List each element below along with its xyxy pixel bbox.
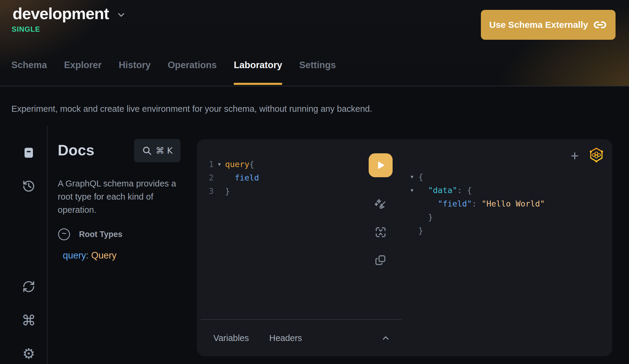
- tab-settings[interactable]: Settings: [299, 60, 336, 85]
- fold-spacer: [411, 210, 418, 224]
- code-token: query: [225, 157, 249, 171]
- response-viewer: ▾{▾ "data": { "field": "Hello World" }}: [402, 139, 612, 237]
- fold-spacer: [411, 197, 418, 210]
- page-description: Experiment, mock and create live environ…: [11, 104, 372, 114]
- response-pane: ▾{▾ "data": { "field": "Hello World" }}: [402, 139, 612, 356]
- prettify-button[interactable]: [374, 197, 388, 211]
- code-token: }: [418, 210, 433, 224]
- root-types-icon: ~: [58, 228, 70, 240]
- editor-footer: Variables Headers: [197, 320, 402, 356]
- project-type-badge: SINGLE: [12, 25, 40, 33]
- collapse-footer-button[interactable]: [380, 332, 391, 344]
- code-token: "field": [438, 197, 472, 210]
- settings-gear-icon: ⚙: [22, 346, 35, 361]
- search-button[interactable]: ⌘ K: [134, 139, 180, 162]
- tab-schema[interactable]: Schema: [11, 60, 47, 85]
- response-line: }: [411, 224, 612, 237]
- keyboard-shortcuts-icon: ⌘: [22, 313, 36, 328]
- sidebar-item-docs[interactable]: [20, 144, 38, 162]
- response-line: ▾{: [411, 170, 612, 183]
- merge-fragments-button[interactable]: [374, 226, 387, 239]
- fold-arrow-icon[interactable]: ▾: [214, 157, 225, 171]
- fold-spacer: [214, 184, 225, 198]
- code-token: [418, 197, 438, 210]
- fold-spacer: [411, 224, 418, 237]
- code-token: {: [249, 157, 254, 171]
- line-number: 2: [197, 171, 214, 184]
- sidebar-item-refetch-schema[interactable]: [20, 278, 38, 296]
- link-icon: [593, 18, 607, 31]
- code-token: [418, 183, 428, 197]
- code-token: :: [472, 197, 482, 210]
- fold-spacer: [214, 171, 225, 184]
- code-token: }: [225, 184, 230, 198]
- copy-query-button[interactable]: [374, 254, 387, 266]
- page-title: development: [13, 4, 109, 23]
- code-token: :: [457, 183, 467, 197]
- response-line: "field": "Hello World": [411, 197, 612, 210]
- code-token: {: [418, 170, 423, 183]
- code-token: {: [467, 183, 472, 197]
- code-token: field: [225, 171, 259, 184]
- page-header: development SINGLE Use Schema Externally…: [0, 0, 629, 86]
- tab-history[interactable]: History: [119, 60, 151, 85]
- prettify-icon: [374, 197, 388, 211]
- fold-arrow-icon[interactable]: ▾: [411, 183, 418, 197]
- execute-query-button[interactable]: [369, 153, 393, 177]
- tab-laboratory[interactable]: Laboratory: [234, 60, 282, 85]
- tab-bar: Schema Explorer History Operations Labor…: [11, 60, 336, 85]
- response-line: }: [411, 210, 612, 224]
- docs-description: A GraphQL schema provides a root type fo…: [58, 177, 193, 216]
- sidebar-item-settings[interactable]: ⚙: [20, 345, 38, 363]
- tab-operations[interactable]: Operations: [168, 60, 217, 85]
- chevron-down-icon[interactable]: [116, 10, 126, 20]
- tab-headers[interactable]: Headers: [269, 333, 302, 343]
- line-number: 1: [197, 157, 214, 171]
- root-types-label: Root Types: [79, 230, 122, 239]
- fold-arrow-icon[interactable]: ▾: [411, 170, 418, 183]
- copy-icon: [374, 254, 387, 266]
- chevron-up-icon: [380, 332, 391, 344]
- root-type-link[interactable]: Query: [91, 250, 116, 261]
- graphiql-card: +: [197, 139, 612, 356]
- docs-title: Docs: [58, 142, 94, 159]
- tab-variables[interactable]: Variables: [213, 333, 249, 343]
- root-types-header: ~ Root Types: [58, 228, 122, 240]
- code-token: }: [418, 224, 423, 237]
- play-icon: [376, 160, 386, 170]
- response-line: ▾ "data": {: [411, 183, 612, 197]
- code-token: "Hello World": [481, 197, 545, 210]
- tab-explorer[interactable]: Explorer: [64, 60, 102, 85]
- history-icon: [22, 180, 35, 193]
- root-type-query-row[interactable]: query: Query: [63, 250, 116, 261]
- use-schema-externally-label: Use Schema Externally: [489, 20, 588, 30]
- root-type-separator: :: [86, 250, 91, 261]
- sidebar-divider: [47, 126, 48, 364]
- sidebar-item-history[interactable]: [20, 177, 38, 195]
- editor-toolbar: [369, 153, 393, 266]
- refresh-schema-icon: [22, 280, 35, 293]
- code-token: "data": [428, 183, 458, 197]
- query-editor-pane: 1▾query{2 field3}: [197, 139, 402, 356]
- docs-book-icon: [22, 146, 35, 159]
- sidebar-item-shortcuts[interactable]: ⌘: [20, 311, 38, 329]
- use-schema-externally-button[interactable]: Use Schema Externally: [481, 10, 616, 40]
- merge-icon: [374, 226, 387, 239]
- search-shortcut-label: ⌘ K: [156, 146, 173, 156]
- search-icon: [142, 146, 152, 156]
- root-type-field-name: query: [63, 250, 86, 261]
- line-number: 3: [197, 184, 214, 198]
